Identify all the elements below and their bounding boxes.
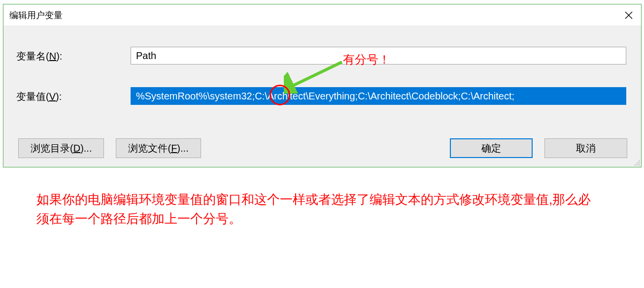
dialog-titlebar: 编辑用户变量 xyxy=(3,4,641,26)
svg-point-7 xyxy=(639,164,640,165)
edit-user-variable-dialog: 编辑用户变量 变量名(N): 变量值(V): 浏览目录(D)... xyxy=(3,4,642,167)
dialog-button-row: 浏览目录(D)... 浏览文件(F)... 确定 取消 xyxy=(18,138,627,158)
svg-point-3 xyxy=(637,162,638,163)
variable-name-input[interactable] xyxy=(131,47,626,64)
cancel-button[interactable]: 取消 xyxy=(544,138,627,158)
svg-point-5 xyxy=(635,164,636,165)
resize-grip-icon[interactable] xyxy=(633,159,640,166)
variable-name-label: 变量名(N): xyxy=(16,50,130,63)
close-button[interactable] xyxy=(616,4,641,26)
dialog-title: 编辑用户变量 xyxy=(9,9,63,21)
variable-name-row: 变量名(N): xyxy=(16,50,130,63)
dialog-body: 变量名(N): 变量值(V): 浏览目录(D)... 浏览文件(F)... 确定… xyxy=(3,26,641,167)
variable-value-row: 变量值(V): xyxy=(16,90,130,103)
browse-directory-button[interactable]: 浏览目录(D)... xyxy=(18,138,104,158)
svg-point-4 xyxy=(639,162,640,163)
variable-value-label: 变量值(V): xyxy=(16,90,130,103)
svg-point-6 xyxy=(637,164,638,165)
close-icon xyxy=(625,11,633,19)
browse-file-button[interactable]: 浏览文件(F)... xyxy=(116,138,201,158)
variable-value-input[interactable] xyxy=(131,87,626,105)
ok-button[interactable]: 确定 xyxy=(450,138,533,158)
svg-point-2 xyxy=(639,160,640,161)
explanation-text: 如果你的电脑编辑环境变量值的窗口和这个一样或者选择了编辑文本的方式修改环境变量值… xyxy=(36,190,603,228)
